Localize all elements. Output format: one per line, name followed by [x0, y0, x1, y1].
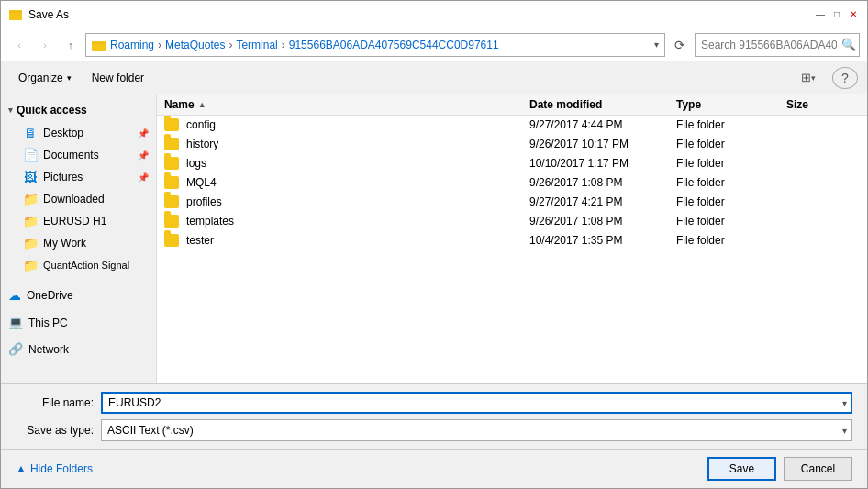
folder-icon	[164, 138, 179, 150]
path-folder[interactable]: 915566BA06ADA407569C544CC0D97611	[289, 39, 499, 51]
view-toggle: ⊞ ▾	[796, 67, 821, 89]
filename-row: File name: ▾	[16, 392, 852, 414]
file-type: File folder	[676, 176, 786, 189]
dialog-icon	[8, 7, 23, 22]
quantaction-icon: 📁	[23, 258, 38, 272]
sidebar-item-mywork[interactable]: 📁 My Work	[1, 232, 156, 254]
header-size[interactable]: Size	[786, 98, 860, 111]
path-roaming[interactable]: Roaming	[110, 39, 154, 51]
view-button[interactable]: ⊞ ▾	[796, 67, 821, 89]
path-folder-icon	[92, 39, 106, 51]
cancel-button[interactable]: Cancel	[784, 457, 852, 481]
sidebar-item-pictures[interactable]: 🖼 Pictures 📌	[1, 166, 156, 188]
path-sep-3: ›	[282, 39, 285, 51]
eurusd-label: EURUSD H1	[43, 215, 106, 228]
filename-label: File name:	[16, 396, 94, 409]
search-wrapper: 🔍	[695, 33, 860, 57]
quick-access-chevron: ▾	[8, 106, 13, 115]
filename-input-wrapper: ▾	[101, 392, 852, 414]
network-icon: 🔗	[8, 342, 23, 356]
table-row[interactable]: logs 10/10/2017 1:17 PM File folder	[157, 154, 867, 173]
folder-icon	[164, 234, 179, 247]
header-type[interactable]: Type	[676, 98, 786, 111]
search-input[interactable]	[695, 33, 860, 57]
bottom-area: File name: ▾ Save as type: ASCII Text (*…	[1, 383, 867, 449]
hide-chevron-icon: ▲	[16, 462, 27, 475]
documents-icon: 📄	[23, 148, 38, 162]
this-pc-label: This PC	[28, 317, 68, 329]
table-row[interactable]: history 9/26/2017 10:17 PM File folder	[157, 135, 867, 154]
organize-arrow: ▾	[67, 73, 72, 83]
view-icon: ⊞	[801, 71, 811, 84]
network-label: Network	[28, 343, 69, 356]
search-icon: 🔍	[841, 38, 856, 51]
table-row[interactable]: tester 10/4/2017 1:35 PM File folder	[157, 231, 867, 250]
organize-label: Organize	[18, 72, 63, 84]
mywork-icon: 📁	[23, 236, 38, 250]
hide-folders-button[interactable]: ▲ Hide Folders	[16, 462, 93, 475]
sidebar-item-network[interactable]: 🔗 Network	[1, 338, 156, 361]
file-date: 9/26/2017 10:17 PM	[529, 138, 676, 150]
quick-access-header[interactable]: ▾ Quick access	[1, 98, 156, 122]
table-row[interactable]: templates 9/26/2017 1:08 PM File folder	[157, 212, 867, 231]
file-name: MQL4	[186, 176, 217, 189]
file-type: File folder	[676, 215, 786, 228]
path-terminal[interactable]: Terminal	[236, 39, 277, 51]
organize-button[interactable]: Organize ▾	[10, 67, 80, 89]
path-dropdown-arrow[interactable]: ▾	[654, 39, 659, 50]
onedrive-icon: ☁	[8, 288, 21, 303]
filetype-row: Save as type: ASCII Text (*.csv) CSV (*.…	[16, 419, 852, 441]
header-name[interactable]: Name ▲	[164, 98, 529, 111]
action-row: ▲ Hide Folders Save Cancel	[1, 449, 867, 488]
sidebar: ▾ Quick access 🖥 Desktop 📌 📄 Documents 📌…	[1, 94, 157, 383]
forward-button[interactable]: ›	[34, 34, 56, 56]
file-type: File folder	[676, 138, 786, 150]
file-list: Name ▲ Date modified Type Size config	[157, 94, 867, 383]
pictures-pin-icon: 📌	[138, 172, 149, 183]
file-date: 10/4/2017 1:35 PM	[529, 234, 676, 247]
minimize-button[interactable]: —	[814, 8, 827, 21]
file-name: templates	[186, 215, 234, 228]
up-button[interactable]: ↑	[60, 34, 82, 56]
pictures-icon: 🖼	[23, 170, 38, 184]
save-button[interactable]: Save	[707, 457, 776, 481]
back-button[interactable]: ‹	[8, 34, 30, 56]
address-path[interactable]: Roaming › MetaQuotes › Terminal › 915566…	[85, 33, 665, 57]
help-button[interactable]: ?	[832, 67, 858, 89]
new-folder-button[interactable]: New folder	[83, 67, 152, 89]
path-sep-2: ›	[228, 39, 232, 51]
table-row[interactable]: profiles 9/27/2017 4:21 PM File folder	[157, 193, 867, 212]
hide-folders-label: Hide Folders	[30, 462, 93, 475]
file-name: history	[186, 138, 218, 150]
file-type: File folder	[676, 195, 786, 208]
path-metaquotes[interactable]: MetaQuotes	[165, 39, 225, 51]
sidebar-item-downloaded[interactable]: 📁 Downloaded	[1, 188, 156, 210]
table-row[interactable]: config 9/27/2017 4:44 PM File folder	[157, 116, 867, 135]
sidebar-item-desktop[interactable]: 🖥 Desktop 📌	[1, 122, 156, 144]
desktop-label: Desktop	[43, 127, 83, 139]
file-name: logs	[186, 157, 206, 170]
folder-icon	[164, 195, 179, 208]
filename-input[interactable]	[101, 392, 852, 414]
sidebar-item-onedrive[interactable]: ☁ OneDrive	[1, 283, 156, 307]
eurusd-icon: 📁	[23, 214, 38, 228]
refresh-button[interactable]: ⟳	[669, 34, 691, 56]
file-date: 9/27/2017 4:21 PM	[529, 195, 676, 208]
help-icon: ?	[841, 71, 849, 85]
file-type: File folder	[676, 157, 786, 170]
downloaded-icon: 📁	[23, 192, 38, 206]
close-button[interactable]: ✕	[847, 8, 860, 21]
filetype-select[interactable]: ASCII Text (*.csv) CSV (*.csv) Text (*.t…	[101, 419, 852, 441]
sidebar-item-eurusd[interactable]: 📁 EURUSD H1	[1, 210, 156, 232]
header-date[interactable]: Date modified	[529, 98, 676, 111]
sidebar-item-quantaction[interactable]: 📁 QuantAction Signal	[1, 254, 156, 276]
maximize-button[interactable]: □	[830, 8, 843, 21]
table-row[interactable]: MQL4 9/26/2017 1:08 PM File folder	[157, 173, 867, 193]
toolbar: Organize ▾ New folder ⊞ ▾ ?	[1, 61, 867, 94]
folder-icon	[164, 215, 179, 228]
desktop-pin-icon: 📌	[138, 128, 149, 139]
file-name: tester	[186, 234, 214, 247]
quantaction-label: QuantAction Signal	[43, 260, 129, 271]
sidebar-item-this-pc[interactable]: 💻 This PC	[1, 311, 156, 334]
sidebar-item-documents[interactable]: 📄 Documents 📌	[1, 144, 156, 166]
